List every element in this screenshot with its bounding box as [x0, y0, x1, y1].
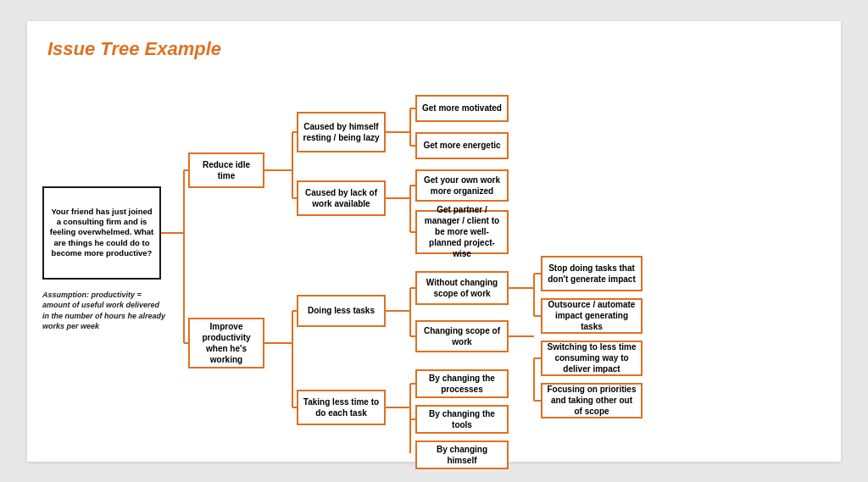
node-outsource: Outsource / automate impact generating t… [541, 298, 643, 334]
slide: Issue Tree Example [27, 21, 841, 462]
slide-title: Issue Tree Example [47, 38, 821, 60]
tree-container: Your friend has just joined a consulting… [27, 68, 841, 453]
node-switching: Switching to less time consuming way to … [541, 341, 643, 376]
node-caused-lack: Caused by lack of work available [297, 180, 386, 216]
node-reduce-idle: Reduce idle time [188, 152, 264, 188]
node-without-changing: Without changing scope of work [415, 271, 509, 305]
node-own-work: Get your own work more organized [415, 169, 509, 202]
node-improve-prod: Improve productivity when he's working [188, 318, 264, 368]
node-taking-less: Taking less time to do each task [297, 390, 386, 425]
node-get-energetic: Get more energetic [415, 132, 509, 159]
node-by-tools: By changing the tools [415, 405, 509, 434]
node-by-himself: By changing himself [415, 440, 509, 469]
node-get-partner: Get partner / manager / client to be mor… [415, 210, 509, 254]
node-caused-lazy: Caused by himself resting / being lazy [297, 112, 386, 152]
node-doing-less: Doing less tasks [297, 295, 386, 327]
node-changing-scope: Changing scope of work [415, 320, 509, 352]
node-stop-doing: Stop doing tasks that don't generate imp… [541, 256, 643, 291]
node-root: Your friend has just joined a consulting… [42, 186, 161, 280]
node-get-motivated: Get more motivated [415, 95, 509, 122]
node-by-processes: By changing the processes [415, 369, 509, 398]
assumption-text: Assumption: productivity = amount of use… [42, 290, 168, 332]
node-focusing: Focusing on priorities and taking other … [541, 383, 643, 418]
